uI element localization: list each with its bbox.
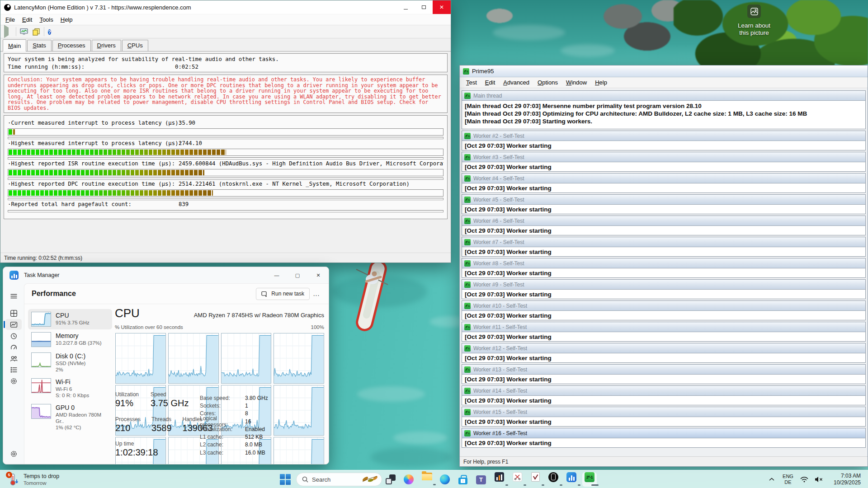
taskbar-app-edge[interactable] bbox=[436, 470, 454, 488]
prime95-icon: 2ᴾ-1 bbox=[464, 409, 471, 415]
notification-badge: 5 bbox=[6, 472, 12, 478]
measurement-value: 2744.10 bbox=[179, 140, 202, 146]
water-ripple bbox=[357, 386, 425, 402]
taskbar-app-phone-link[interactable] bbox=[544, 470, 562, 488]
taskbar-app-microsoft-store[interactable] bbox=[454, 470, 472, 488]
menu-item-tools[interactable]: Tools bbox=[36, 15, 57, 24]
menu-item-advanced[interactable]: Advanced bbox=[499, 78, 533, 87]
prime95-child-titlebar[interactable]: 2ᴾ-1Worker #8 - Self-Test bbox=[462, 258, 865, 268]
sidebar-item-app-history[interactable] bbox=[5, 330, 22, 341]
sidebar-item-settings[interactable] bbox=[5, 448, 22, 459]
weather-widget[interactable]: 5 Temps to drop Tomorrow bbox=[4, 471, 63, 488]
prime95-child-window: 2ᴾ-1Worker #7 - Self-Test[Oct 29 07:03] … bbox=[462, 237, 866, 257]
taskbar-app-app-dark-bars[interactable] bbox=[490, 470, 508, 488]
prime95-child-window: 2ᴾ-1Worker #14 - Self-Test[Oct 29 07:03]… bbox=[462, 385, 866, 405]
prime95-menubar: TestEditAdvancedOptionsWindowHelp bbox=[460, 77, 868, 88]
sidebar-entry-memory[interactable]: Memory10.2/27.8 GB (37%) bbox=[28, 329, 112, 350]
prime95-child-titlebar[interactable]: 2ᴾ-1Worker #15 - Self-Test bbox=[462, 407, 865, 417]
taskbar-app-file-explorer[interactable] bbox=[418, 470, 436, 488]
menu-item-options[interactable]: Options bbox=[533, 78, 562, 87]
taskbar-app-copilot[interactable] bbox=[400, 470, 418, 488]
minimize-button[interactable] bbox=[396, 0, 415, 14]
menu-item-test[interactable]: Test bbox=[462, 78, 481, 87]
measurement-line: ·Reported total hard pagefault count:839 bbox=[8, 201, 443, 209]
picture-info-icon[interactable] bbox=[747, 5, 761, 18]
menu-item-edit[interactable]: Edit bbox=[481, 78, 499, 87]
sidebar-item-processes[interactable] bbox=[5, 308, 22, 319]
prime95-child-titlebar[interactable]: 2ᴾ-1Worker #10 - Self-Test bbox=[462, 301, 865, 311]
menu-item-help[interactable]: Help bbox=[57, 15, 76, 24]
sidebar-entry-cpu[interactable]: CPU91% 3.75 GHz bbox=[28, 309, 112, 329]
sidebar-entry-wifi[interactable]: Wi-FiWi-Fi 6S: 0 R: 0 Kbps bbox=[28, 375, 112, 401]
prime95-child-titlebar[interactable]: 2ᴾ-1Worker #12 - Self-Test bbox=[462, 343, 865, 353]
wifi-tray-button[interactable] bbox=[797, 470, 811, 488]
sidebar-entry-disk[interactable]: Disk 0 (C:)SSD (NVMe)2% bbox=[28, 350, 112, 375]
play-icon[interactable] bbox=[4, 28, 9, 36]
latencymon-titlebar[interactable]: LatencyMon (Home Edition ) v 7.31 - http… bbox=[0, 0, 451, 14]
help-icon[interactable]: ? bbox=[48, 28, 51, 36]
menu-item-edit[interactable]: Edit bbox=[19, 15, 36, 24]
console-line: [Main thread Oct 29 07:03] Starting work… bbox=[465, 117, 863, 125]
taskbar-app-prime95[interactable]: 2ᴾ-1 bbox=[580, 470, 599, 488]
sidebar-item-users[interactable] bbox=[5, 353, 22, 364]
taskbar-app-teams[interactable]: T bbox=[472, 470, 490, 488]
sidebar-item-menu[interactable] bbox=[5, 291, 22, 301]
close-button[interactable]: ✕ bbox=[433, 0, 451, 14]
taskbar-app-task-view[interactable] bbox=[382, 470, 400, 488]
learn-about-picture[interactable]: Learn about this picture bbox=[726, 5, 782, 37]
latencymon-content: Your system is being analyzed for suitab… bbox=[0, 52, 451, 253]
minimize-button[interactable]: — bbox=[266, 267, 287, 283]
menu-item-help[interactable]: Help bbox=[591, 78, 611, 87]
taskbar-app-snipping-tool[interactable] bbox=[508, 470, 526, 488]
task-manager-titlebar[interactable]: Task Manager — ▢ ✕ bbox=[3, 267, 329, 283]
prime95-child-titlebar[interactable]: 2ᴾ-1Worker #11 - Self-Test bbox=[462, 322, 865, 332]
task-manager-nav-rail bbox=[3, 283, 24, 464]
latency-led-fill bbox=[9, 170, 204, 175]
prime95-child-titlebar[interactable]: 2ᴾ-1Main thread bbox=[462, 91, 865, 101]
prime95-child-titlebar[interactable]: 2ᴾ-1Worker #6 - Self-Test bbox=[462, 216, 865, 226]
clock-tray[interactable]: 7:03 AM 10/29/2025 bbox=[826, 470, 868, 488]
maximize-button[interactable] bbox=[415, 0, 433, 14]
taskbar-app-checkmark-app[interactable] bbox=[526, 470, 544, 488]
run-new-task-button[interactable]: Run new task bbox=[256, 288, 310, 300]
start-button[interactable] bbox=[280, 474, 291, 485]
stat-label: Threads bbox=[151, 416, 172, 422]
prime95-child-titlebar[interactable]: 2ᴾ-1Worker #9 - Self-Test bbox=[462, 280, 865, 290]
sidebar-entry-name: CPU bbox=[56, 312, 90, 319]
maximize-button[interactable]: ▢ bbox=[287, 267, 308, 283]
prime95-child-titlebar[interactable]: 2ᴾ-1Worker #5 - Self-Test bbox=[462, 195, 865, 205]
prime95-icon: 2ᴾ-1 bbox=[464, 218, 471, 224]
prime95-child-titlebar[interactable]: 2ᴾ-1Worker #14 - Self-Test bbox=[462, 386, 865, 396]
close-button[interactable]: ✕ bbox=[308, 267, 329, 283]
sidebar-item-details[interactable] bbox=[5, 364, 22, 375]
prime95-child-titlebar[interactable]: 2ᴾ-1Worker #16 - Self-Test bbox=[462, 428, 865, 438]
menu-item-window[interactable]: Window bbox=[562, 78, 591, 87]
volume-tray-button[interactable] bbox=[811, 470, 826, 488]
tab-drivers[interactable]: Drivers bbox=[92, 40, 121, 51]
prime95-child-titlebar[interactable]: 2ᴾ-1Worker #3 - Self-Test bbox=[462, 152, 865, 162]
menu-item-file[interactable]: File bbox=[2, 15, 19, 24]
tab-main[interactable]: Main bbox=[3, 39, 26, 52]
prime95-titlebar[interactable]: 2ᴾ-1 Prime95 bbox=[460, 66, 868, 77]
sidebar-item-startup-apps[interactable] bbox=[5, 342, 22, 352]
prime95-child-titlebar[interactable]: 2ᴾ-1Worker #13 - Self-Test bbox=[462, 365, 865, 375]
prime95-child-titlebar[interactable]: 2ᴾ-1Worker #7 - Self-Test bbox=[462, 237, 865, 247]
prime95-child-output: [Oct 29 07:03] Worker starting bbox=[462, 417, 865, 426]
tab-stats[interactable]: Stats bbox=[27, 40, 52, 51]
more-options-button[interactable]: ... bbox=[310, 288, 323, 299]
tab-processes[interactable]: Processes bbox=[52, 40, 91, 51]
search-box[interactable]: Search bbox=[296, 473, 382, 486]
sidebar-entry-gpu[interactable]: GPU 0AMD Radeon 780M Gr..1% (62 °C) bbox=[28, 401, 112, 433]
prime95-child-output: [Oct 29 07:03] Worker starting bbox=[462, 268, 865, 277]
stat-label: Utilization bbox=[115, 391, 139, 398]
prime95-child-titlebar[interactable]: 2ᴾ-1Worker #4 - Self-Test bbox=[462, 174, 865, 183]
prime95-child-titlebar[interactable]: 2ᴾ-1Worker #2 - Self-Test bbox=[462, 131, 865, 141]
tray-chevron-button[interactable] bbox=[765, 470, 778, 488]
tab-cpus[interactable]: CPUs bbox=[122, 40, 148, 51]
language-indicator[interactable]: ENG DE bbox=[778, 470, 797, 488]
report-monitor-icon[interactable] bbox=[20, 28, 28, 36]
taskbar-app-task-manager[interactable] bbox=[562, 470, 580, 488]
sidebar-item-services[interactable] bbox=[5, 375, 22, 386]
copy-pages-icon[interactable] bbox=[32, 28, 40, 36]
sidebar-item-performance[interactable] bbox=[5, 319, 22, 330]
